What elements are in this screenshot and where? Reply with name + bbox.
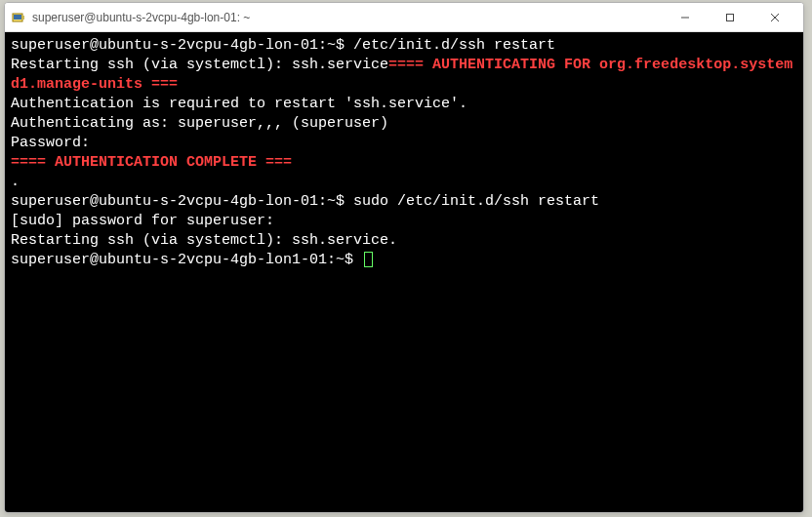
- terminal-line: superuser@ubuntu-s-2vcpu-4gb-lon-01:~$ s…: [11, 192, 797, 212]
- maximize-button[interactable]: [708, 3, 752, 32]
- terminal-line: superuser@ubuntu-s-2vcpu-4gb-lon1-01:~$: [11, 251, 797, 270]
- putty-icon: [11, 10, 26, 25]
- svg-rect-1: [14, 15, 21, 20]
- shell-prompt: superuser@ubuntu-s-2vcpu-4gb-lon1-01:~$: [11, 252, 362, 268]
- terminal-line: Restarting ssh (via systemctl): ssh.serv…: [11, 231, 797, 251]
- terminal-line: .: [11, 173, 797, 192]
- terminal-line: Authenticating as: superuser,,, (superus…: [11, 114, 797, 134]
- window-controls: [663, 3, 797, 32]
- terminal-line: [sudo] password for superuser:: [11, 212, 797, 231]
- output-text: Restarting ssh (via systemctl): ssh.serv…: [11, 57, 388, 73]
- command-text: /etc/init.d/ssh restart: [353, 37, 555, 54]
- window-title: superuser@ubuntu-s-2vcpu-4gb-lon-01: ~: [32, 11, 663, 24]
- shell-prompt: superuser@ubuntu-s-2vcpu-4gb-lon-01:~$: [11, 37, 353, 54]
- terminal-line: Password:: [11, 134, 797, 153]
- terminal-line: superuser@ubuntu-s-2vcpu-4gb-lon-01:~$ /…: [11, 36, 797, 56]
- putty-window: superuser@ubuntu-s-2vcpu-4gb-lon-01: ~ s…: [4, 2, 804, 513]
- cursor: [364, 252, 373, 267]
- terminal-line: Authentication is required to restart 's…: [11, 95, 797, 114]
- minimize-button[interactable]: [663, 3, 708, 32]
- close-button[interactable]: [752, 3, 797, 32]
- svg-rect-4: [727, 14, 734, 20]
- command-text: sudo /etc/init.d/ssh restart: [353, 193, 599, 210]
- titlebar[interactable]: superuser@ubuntu-s-2vcpu-4gb-lon-01: ~: [5, 3, 803, 32]
- shell-prompt: superuser@ubuntu-s-2vcpu-4gb-lon-01:~$: [11, 193, 353, 210]
- auth-complete-banner: ==== AUTHENTICATION COMPLETE ===: [11, 153, 797, 173]
- terminal-area[interactable]: superuser@ubuntu-s-2vcpu-4gb-lon-01:~$ /…: [5, 32, 803, 512]
- svg-rect-2: [22, 16, 24, 20]
- terminal-line: Restarting ssh (via systemctl): ssh.serv…: [11, 56, 797, 95]
